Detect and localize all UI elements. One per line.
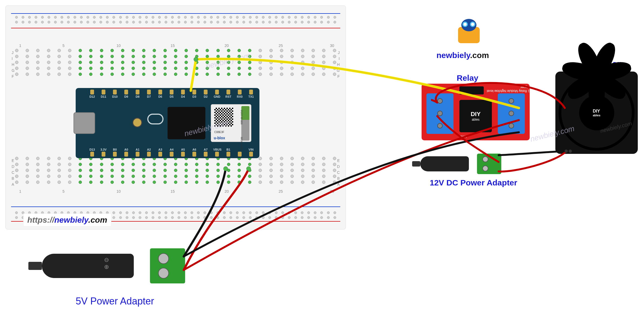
mcu-pins-top bbox=[86, 90, 257, 94]
power-adapter-5v: ⊖⊕ bbox=[42, 243, 185, 289]
mcu-pins-bottom bbox=[86, 152, 257, 157]
arduino-logo-icon bbox=[147, 114, 163, 124]
breadboard-tie-lower bbox=[15, 157, 336, 203]
relay-output-terminal bbox=[426, 93, 453, 134]
relay-label: Relay bbox=[457, 73, 478, 83]
relay-module: DIY ables 1 Relay Module high/low level … bbox=[422, 84, 530, 140]
arduino-nano-esp32: u-blox C08E3F 00B-00 22/15 NORA-W106 D12… bbox=[76, 88, 259, 158]
relay-top-text: 1 Relay Module high/low level trigger bbox=[486, 85, 530, 93]
dc-barrel-jack-icon bbox=[42, 254, 134, 278]
relay-cube: DIY ables bbox=[459, 100, 492, 132]
mcu-pinlabels-bottom: D133.3VB0A0A1A2A3A4A5A6A7VBUSB1VIN bbox=[86, 148, 257, 151]
relay-pwr-led-label: PWR bbox=[459, 135, 467, 139]
breadboard-rail-top bbox=[15, 16, 336, 23]
screw-terminal-icon bbox=[477, 154, 501, 174]
breadboard-tie-upper bbox=[15, 49, 336, 76]
fan-hub: DIYables bbox=[579, 95, 614, 130]
screw-terminal-icon bbox=[150, 248, 185, 283]
reset-button bbox=[132, 118, 142, 127]
dc-barrel-jack-icon bbox=[420, 156, 469, 171]
diagram-canvas: https://newbiely.com JJIIHHGGFFEEDDCCBBA… bbox=[0, 0, 644, 315]
brand-text: newbiely.com bbox=[436, 51, 489, 60]
fan-12v: DIYables bbox=[555, 72, 638, 154]
source-url: https://newbiely.com bbox=[23, 214, 111, 226]
power-adapter-12v bbox=[420, 153, 501, 175]
adapter-12v-label: 12V DC Power Adapter bbox=[430, 178, 517, 187]
usb-c-port-icon bbox=[74, 112, 95, 134]
relay-level-jumper bbox=[459, 86, 484, 94]
mcu-pinlabels-top: D12D11D10D9D8D7D6D5D4D3D2GNDRSTRX0TX1 bbox=[86, 95, 257, 98]
adapter-5v-label: 5V Power Adapter bbox=[76, 296, 154, 307]
relay-input-terminal bbox=[498, 93, 525, 134]
newbiely-owl-logo-icon bbox=[450, 16, 488, 49]
